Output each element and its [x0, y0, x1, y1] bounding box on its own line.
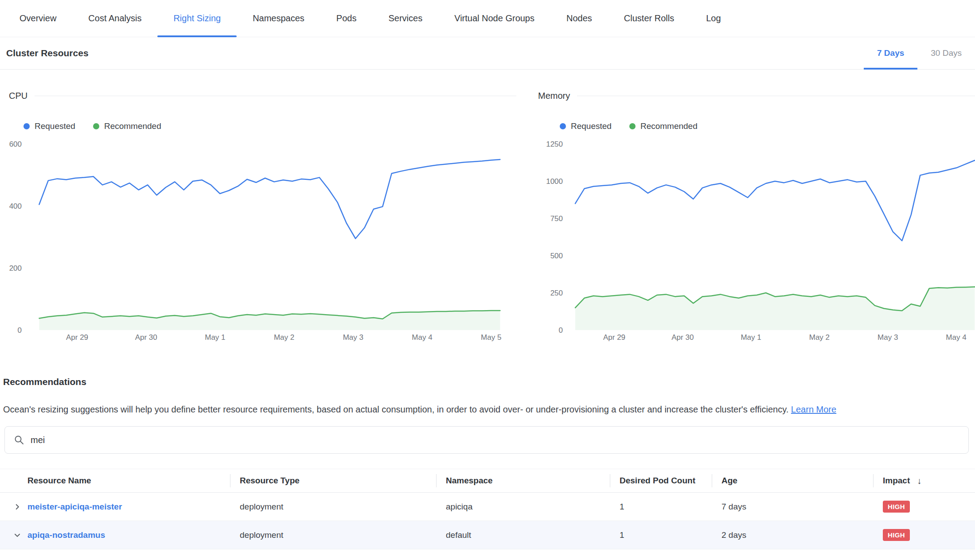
x-axis-tick-label: May 4: [412, 333, 432, 342]
memory-line-chart: 025050075010001250Apr 29Apr 30May 1May 2…: [538, 137, 975, 355]
search-input[interactable]: [31, 435, 959, 445]
resource-name-cell: apiqa-nostradamus: [0, 530, 230, 540]
requested-legend-label: Requested: [571, 121, 612, 131]
recommended-legend-label: Recommended: [104, 121, 161, 131]
right-sizing-page: Overview Cost Analysis Right Sizing Name…: [0, 0, 975, 549]
cpu-title-rule: [35, 96, 516, 96]
y-axis-tick-label: 1250: [546, 140, 563, 148]
tab-right-sizing[interactable]: Right Sizing: [157, 0, 237, 37]
cpu-line-chart: 0200400600Apr 29Apr 30May 1May 2May 3May…: [9, 137, 516, 355]
age-cell: 7 days: [712, 502, 873, 512]
desired-pod-count-cell: 1: [610, 502, 712, 512]
memory-title-rule: [577, 96, 975, 96]
sort-descending-icon[interactable]: ↓: [917, 476, 921, 486]
recommendations-description: Ocean's resizing suggestions will help y…: [3, 403, 969, 416]
column-header-age: Age: [712, 469, 873, 492]
search-icon: [14, 435, 24, 445]
y-axis-tick-label: 500: [550, 252, 563, 260]
column-header-resource-type: Resource Type: [230, 469, 436, 492]
tab-nodes[interactable]: Nodes: [550, 0, 608, 37]
y-axis-tick-label: 400: [9, 202, 22, 210]
namespace-cell: apiciqa: [436, 502, 610, 512]
tab-cluster-rolls[interactable]: Cluster Rolls: [608, 0, 690, 37]
cpu-chart-title-row: CPU: [9, 91, 516, 101]
resource-name-link[interactable]: apiqa-nostradamus: [27, 530, 105, 540]
requested-legend-dot-icon: [23, 123, 30, 129]
resource-type-cell: deployment: [230, 530, 436, 540]
x-axis-tick-label: Apr 29: [66, 333, 88, 342]
top-tab-bar: Overview Cost Analysis Right Sizing Name…: [0, 0, 975, 37]
column-header-desired-pod-count: Desired Pod Count: [610, 469, 712, 492]
column-header-resource-name: Resource Name: [0, 469, 230, 492]
resource-type-cell: deployment: [230, 502, 436, 512]
recommended-legend-label: Recommended: [640, 121, 698, 131]
tab-log[interactable]: Log: [690, 0, 737, 37]
learn-more-link[interactable]: Learn More: [791, 404, 836, 414]
impact-cell: HIGH: [873, 501, 975, 513]
tab-namespaces[interactable]: Namespaces: [237, 0, 320, 37]
recommended-legend-dot-icon: [93, 123, 99, 129]
x-axis-tick-label: Apr 29: [603, 333, 625, 342]
period-7-days[interactable]: 7 Days: [864, 37, 917, 69]
requested-legend-dot-icon: [560, 123, 566, 129]
column-header-impact[interactable]: Impact ↓: [873, 469, 975, 492]
recommended-area: [575, 287, 975, 330]
cpu-chart-panel: CPU Requested Recommended 0200400600Apr …: [9, 70, 516, 355]
tab-pods[interactable]: Pods: [320, 0, 373, 37]
x-axis-tick-label: May 1: [741, 333, 761, 342]
y-axis-tick-label: 0: [559, 326, 563, 334]
cluster-resources-title: Cluster Resources: [6, 48, 89, 58]
y-axis-tick-label: 1000: [546, 177, 563, 186]
y-axis-tick-label: 250: [550, 289, 563, 297]
memory-requested-legend-item: Requested: [560, 121, 612, 131]
x-axis-tick-label: May 5: [481, 333, 501, 342]
cluster-resources-header: Cluster Resources 7 Days 30 Days: [0, 37, 975, 70]
requested-line: [39, 159, 500, 239]
x-axis-tick-label: May 2: [274, 333, 294, 342]
x-axis-tick-label: May 4: [946, 333, 966, 342]
table-row[interactable]: meister-apiciqa-meister deployment apici…: [0, 493, 975, 521]
tab-virtual-node-groups[interactable]: Virtual Node Groups: [438, 0, 550, 37]
cpu-requested-legend-item: Requested: [23, 121, 75, 131]
desired-pod-count-cell: 1: [610, 530, 712, 540]
requested-legend-label: Requested: [35, 121, 75, 131]
tab-services[interactable]: Services: [372, 0, 438, 37]
resource-name-link[interactable]: meister-apiciqa-meister: [27, 502, 122, 512]
chevron-right-icon[interactable]: [13, 503, 21, 511]
impact-high-badge: HIGH: [883, 529, 910, 541]
memory-recommended-legend-item: Recommended: [629, 121, 698, 131]
tab-cost-analysis[interactable]: Cost Analysis: [72, 0, 157, 37]
impact-header-label: Impact: [883, 476, 910, 486]
y-axis-tick-label: 200: [9, 264, 22, 272]
recommendations-description-text: Ocean's resizing suggestions will help y…: [3, 404, 788, 414]
table-row[interactable]: apiqa-nostradamus deployment default 1 2…: [0, 521, 975, 549]
recommended-legend-dot-icon: [629, 123, 636, 129]
memory-legend: Requested Recommended: [560, 121, 975, 131]
period-toggle: 7 Days 30 Days: [864, 37, 975, 69]
recommendations-title: Recommendations: [3, 377, 975, 387]
requested-line: [575, 160, 975, 241]
y-axis-tick-label: 600: [9, 140, 22, 148]
cpu-chart-title: CPU: [9, 91, 27, 101]
cpu-legend: Requested Recommended: [23, 121, 516, 131]
column-header-namespace: Namespace: [436, 469, 610, 492]
x-axis-tick-label: May 3: [878, 333, 898, 342]
x-axis-tick-label: Apr 30: [671, 333, 694, 342]
tab-overview[interactable]: Overview: [4, 0, 72, 37]
impact-high-badge: HIGH: [883, 501, 910, 513]
memory-chart-title-row: Memory: [538, 91, 975, 101]
x-axis-tick-label: May 2: [809, 333, 830, 342]
y-axis-tick-label: 0: [18, 326, 22, 334]
period-30-days[interactable]: 30 Days: [917, 37, 975, 69]
table-header-row: Resource Name Resource Type Namespace De…: [0, 469, 975, 493]
resource-search-box[interactable]: [4, 426, 969, 454]
x-axis-tick-label: May 1: [205, 333, 225, 342]
recommendations-table: Resource Name Resource Type Namespace De…: [0, 469, 975, 549]
y-axis-tick-label: 750: [550, 214, 563, 223]
impact-cell: HIGH: [873, 529, 975, 541]
chevron-down-icon[interactable]: [13, 531, 21, 539]
age-cell: 2 days: [712, 530, 873, 540]
resource-name-cell: meister-apiciqa-meister: [0, 502, 230, 512]
memory-chart-title: Memory: [538, 91, 570, 101]
recommended-area: [39, 311, 500, 330]
